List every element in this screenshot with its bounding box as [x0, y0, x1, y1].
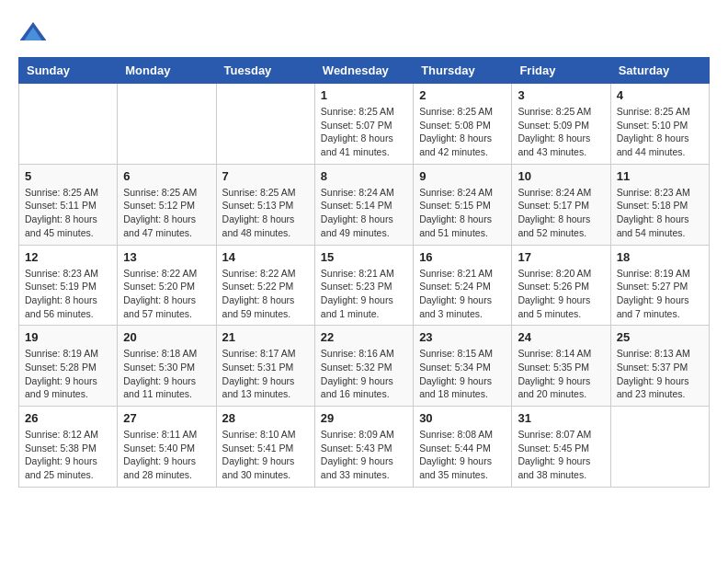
day-number: 29: [321, 411, 407, 425]
day-info: Sunrise: 8:25 AMSunset: 5:09 PMDaylight:…: [518, 105, 604, 159]
weekday-header: Thursday: [414, 58, 512, 84]
calendar-week-row: 26Sunrise: 8:12 AMSunset: 5:38 PMDayligh…: [19, 407, 710, 488]
calendar-cell: 30Sunrise: 8:08 AMSunset: 5:44 PMDayligh…: [414, 407, 512, 488]
logo: [18, 18, 53, 48]
calendar-cell: [610, 407, 709, 488]
day-number: 4: [617, 88, 703, 102]
day-number: 17: [518, 250, 604, 264]
day-number: 31: [518, 411, 604, 425]
calendar-cell: 31Sunrise: 8:07 AMSunset: 5:45 PMDayligh…: [512, 407, 610, 488]
calendar-cell: 13Sunrise: 8:22 AMSunset: 5:20 PMDayligh…: [118, 245, 216, 326]
day-number: 13: [123, 250, 210, 264]
calendar-cell: 9Sunrise: 8:24 AMSunset: 5:15 PMDaylight…: [414, 164, 512, 245]
day-info: Sunrise: 8:21 AMSunset: 5:24 PMDaylight:…: [419, 267, 506, 321]
calendar-cell: 10Sunrise: 8:24 AMSunset: 5:17 PMDayligh…: [512, 164, 610, 245]
calendar-cell: 18Sunrise: 8:19 AMSunset: 5:27 PMDayligh…: [610, 245, 709, 326]
calendar-cell: 15Sunrise: 8:21 AMSunset: 5:23 PMDayligh…: [314, 245, 413, 326]
day-number: 18: [617, 250, 703, 264]
day-number: 10: [518, 169, 604, 183]
calendar-week-row: 1Sunrise: 8:25 AMSunset: 5:07 PMDaylight…: [19, 84, 710, 165]
calendar-cell: 19Sunrise: 8:19 AMSunset: 5:28 PMDayligh…: [19, 326, 118, 407]
day-number: 16: [419, 250, 506, 264]
day-info: Sunrise: 8:25 AMSunset: 5:13 PMDaylight:…: [222, 186, 309, 240]
day-info: Sunrise: 8:19 AMSunset: 5:28 PMDaylight:…: [25, 347, 111, 401]
calendar-cell: 3Sunrise: 8:25 AMSunset: 5:09 PMDaylight…: [512, 84, 610, 165]
day-number: 20: [123, 330, 210, 344]
day-info: Sunrise: 8:23 AMSunset: 5:19 PMDaylight:…: [25, 267, 111, 321]
day-number: 5: [25, 169, 111, 183]
calendar-cell: 20Sunrise: 8:18 AMSunset: 5:30 PMDayligh…: [118, 326, 216, 407]
calendar-cell: 23Sunrise: 8:15 AMSunset: 5:34 PMDayligh…: [414, 326, 512, 407]
day-number: 1: [321, 88, 407, 102]
day-info: Sunrise: 8:12 AMSunset: 5:38 PMDaylight:…: [25, 428, 111, 482]
calendar-cell: 1Sunrise: 8:25 AMSunset: 5:07 PMDaylight…: [314, 84, 413, 165]
day-info: Sunrise: 8:24 AMSunset: 5:17 PMDaylight:…: [518, 186, 604, 240]
calendar-cell: 21Sunrise: 8:17 AMSunset: 5:31 PMDayligh…: [216, 326, 314, 407]
day-info: Sunrise: 8:21 AMSunset: 5:23 PMDaylight:…: [321, 267, 407, 321]
day-number: 15: [321, 250, 407, 264]
day-number: 6: [123, 169, 210, 183]
day-info: Sunrise: 8:25 AMSunset: 5:08 PMDaylight:…: [419, 105, 506, 159]
day-number: 28: [222, 411, 309, 425]
day-number: 19: [25, 330, 111, 344]
day-info: Sunrise: 8:24 AMSunset: 5:14 PMDaylight:…: [321, 186, 407, 240]
day-info: Sunrise: 8:25 AMSunset: 5:10 PMDaylight:…: [617, 105, 703, 159]
day-number: 26: [25, 411, 111, 425]
day-number: 8: [321, 169, 407, 183]
calendar-cell: 4Sunrise: 8:25 AMSunset: 5:10 PMDaylight…: [610, 84, 709, 165]
day-info: Sunrise: 8:09 AMSunset: 5:43 PMDaylight:…: [321, 428, 407, 482]
day-number: 2: [419, 88, 506, 102]
calendar-week-row: 5Sunrise: 8:25 AMSunset: 5:11 PMDaylight…: [19, 164, 710, 245]
day-info: Sunrise: 8:13 AMSunset: 5:37 PMDaylight:…: [617, 347, 703, 401]
calendar-cell: 6Sunrise: 8:25 AMSunset: 5:12 PMDaylight…: [118, 164, 216, 245]
day-number: 3: [518, 88, 604, 102]
calendar-cell: 11Sunrise: 8:23 AMSunset: 5:18 PMDayligh…: [610, 164, 709, 245]
calendar-cell: 12Sunrise: 8:23 AMSunset: 5:19 PMDayligh…: [19, 245, 118, 326]
weekday-header: Wednesday: [314, 58, 413, 84]
day-number: 9: [419, 169, 506, 183]
day-info: Sunrise: 8:17 AMSunset: 5:31 PMDaylight:…: [222, 347, 309, 401]
day-info: Sunrise: 8:25 AMSunset: 5:12 PMDaylight:…: [123, 186, 210, 240]
day-info: Sunrise: 8:16 AMSunset: 5:32 PMDaylight:…: [321, 347, 407, 401]
calendar-cell: 22Sunrise: 8:16 AMSunset: 5:32 PMDayligh…: [314, 326, 413, 407]
day-number: 30: [419, 411, 506, 425]
day-number: 21: [222, 330, 309, 344]
day-number: 24: [518, 330, 604, 344]
calendar-cell: 24Sunrise: 8:14 AMSunset: 5:35 PMDayligh…: [512, 326, 610, 407]
calendar-cell: 5Sunrise: 8:25 AMSunset: 5:11 PMDaylight…: [19, 164, 118, 245]
day-info: Sunrise: 8:11 AMSunset: 5:40 PMDaylight:…: [123, 428, 210, 482]
day-info: Sunrise: 8:25 AMSunset: 5:11 PMDaylight:…: [25, 186, 111, 240]
calendar-cell: 16Sunrise: 8:21 AMSunset: 5:24 PMDayligh…: [414, 245, 512, 326]
weekday-header: Sunday: [19, 58, 118, 84]
calendar-week-row: 12Sunrise: 8:23 AMSunset: 5:19 PMDayligh…: [19, 245, 710, 326]
day-number: 22: [321, 330, 407, 344]
weekday-header: Monday: [118, 58, 216, 84]
day-info: Sunrise: 8:20 AMSunset: 5:26 PMDaylight:…: [518, 267, 604, 321]
day-info: Sunrise: 8:19 AMSunset: 5:27 PMDaylight:…: [617, 267, 703, 321]
calendar-cell: [216, 84, 314, 165]
calendar-cell: 8Sunrise: 8:24 AMSunset: 5:14 PMDaylight…: [314, 164, 413, 245]
day-info: Sunrise: 8:14 AMSunset: 5:35 PMDaylight:…: [518, 347, 604, 401]
calendar-cell: 2Sunrise: 8:25 AMSunset: 5:08 PMDaylight…: [414, 84, 512, 165]
calendar-cell: 28Sunrise: 8:10 AMSunset: 5:41 PMDayligh…: [216, 407, 314, 488]
day-info: Sunrise: 8:08 AMSunset: 5:44 PMDaylight:…: [419, 428, 506, 482]
calendar-cell: 17Sunrise: 8:20 AMSunset: 5:26 PMDayligh…: [512, 245, 610, 326]
calendar-cell: 25Sunrise: 8:13 AMSunset: 5:37 PMDayligh…: [610, 326, 709, 407]
weekday-header: Saturday: [610, 58, 709, 84]
calendar: SundayMondayTuesdayWednesdayThursdayFrid…: [18, 57, 710, 488]
calendar-cell: [19, 84, 118, 165]
calendar-header-row: SundayMondayTuesdayWednesdayThursdayFrid…: [19, 58, 710, 84]
day-info: Sunrise: 8:15 AMSunset: 5:34 PMDaylight:…: [419, 347, 506, 401]
day-number: 11: [617, 169, 703, 183]
weekday-header: Friday: [512, 58, 610, 84]
calendar-cell: [118, 84, 216, 165]
calendar-cell: 27Sunrise: 8:11 AMSunset: 5:40 PMDayligh…: [118, 407, 216, 488]
day-info: Sunrise: 8:18 AMSunset: 5:30 PMDaylight:…: [123, 347, 210, 401]
day-number: 7: [222, 169, 309, 183]
page-header: [18, 18, 710, 48]
calendar-cell: 26Sunrise: 8:12 AMSunset: 5:38 PMDayligh…: [19, 407, 118, 488]
day-number: 14: [222, 250, 309, 264]
calendar-cell: 7Sunrise: 8:25 AMSunset: 5:13 PMDaylight…: [216, 164, 314, 245]
day-number: 25: [617, 330, 703, 344]
logo-icon: [18, 18, 48, 48]
